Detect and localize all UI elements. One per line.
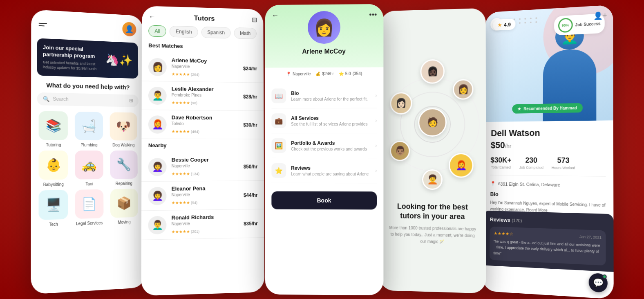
portfolio-icon: 🖼️	[271, 138, 286, 153]
leslie-info: Leslie Alexander Pembroke Pines ★★★★★(98…	[172, 85, 239, 106]
dave-avatar: 👩‍🦰	[148, 115, 167, 133]
review-header: ★★★★☆ Jan 27, 2021	[494, 231, 602, 240]
baby-label: Babysitting	[43, 182, 64, 187]
reviews-section-title: Reviews (120)	[490, 216, 606, 226]
jobs-value: 230	[519, 156, 543, 164]
phone1-header: 👤	[31, 9, 143, 40]
loc-icon: 📍	[490, 181, 496, 186]
dave-price: $30/hr	[243, 122, 257, 128]
bessie-info: Bessie Cooper Naperville ★★★★★(134)	[172, 156, 239, 177]
category-dog-walking[interactable]: 🐶 Dog Walking	[108, 112, 139, 147]
review-text: "he was q great - the a...ed out just fi…	[494, 238, 602, 261]
bessie-price: $50/hr	[244, 164, 258, 169]
tutor-dave[interactable]: 👩‍🦰 Dave Robertson Toledo ★★★★★(464) $30…	[141, 110, 264, 139]
filter-tabs: All English Spanish Math	[142, 25, 264, 45]
tutor-arlene[interactable]: 👩 Arlene McCoy Naperville ★★★★★(264) $24…	[142, 52, 264, 83]
map-subtitle: More than 1000 trusted professionals are…	[387, 225, 478, 246]
category-plumbing[interactable]: 🛁 Plumbing	[73, 111, 105, 147]
float-avatar-1: 👩🏿	[420, 59, 445, 83]
eleanor-avatar: 👩‍🦱	[148, 187, 167, 205]
reviews-chevron: ›	[375, 168, 377, 173]
category-tech[interactable]: 🖥️ Tech	[37, 190, 70, 227]
category-babysitting[interactable]: 👶 Babysitting	[37, 150, 70, 187]
bio-sub: Learn more about Arlene for the perfect …	[291, 97, 370, 101]
tutor-ronald[interactable]: 👨‍🦱 Ronald Richards Naperville ★★★★★(201…	[141, 209, 264, 240]
tutor-leslie[interactable]: 👨‍🦱 Leslie Alexander Pembroke Pines ★★★★…	[142, 81, 264, 111]
review-stars: ★★★★☆	[494, 231, 513, 237]
search-bar[interactable]: 🔍 Search ⊞	[37, 92, 139, 107]
bio-section-title: Bio	[490, 191, 606, 199]
category-tutoring[interactable]: 📚 Tutoring	[37, 111, 69, 147]
profile-name: Arlene McCoy	[279, 47, 369, 55]
repair-icon-box: 🔧	[110, 150, 138, 179]
map-text: Looking for the best tutors in your area…	[387, 201, 478, 246]
chat-fab-button[interactable]: 💬	[589, 272, 608, 292]
plumbing-icon-box: 🛁	[75, 111, 103, 140]
ronald-info: Ronald Richards Naperville ★★★★★(201)	[172, 214, 239, 235]
portfolio-text-block: Portfolio & Awards Check out the previou…	[291, 140, 370, 151]
float-avatar-3: 🧑	[418, 108, 447, 136]
tech-label: Tech	[49, 222, 58, 227]
arlene-name: Arlene McCoy	[172, 57, 238, 64]
eleanor-location: Naperville	[172, 192, 239, 197]
avatar[interactable]: 👤	[122, 22, 136, 36]
taxi-label: Taxi	[86, 182, 93, 186]
plumbing-label: Plumbing	[80, 142, 97, 147]
reviews-text-block: Reviews Learn what people are saying abo…	[291, 165, 370, 176]
filter-icon[interactable]: ⊞	[129, 98, 133, 103]
more-dots-button[interactable]: •••	[369, 11, 377, 19]
recommended-star-icon: ★	[518, 106, 521, 111]
promo-title: Join our special partnership program	[43, 44, 101, 60]
promo-banner[interactable]: Join our special partnership program Get…	[37, 38, 139, 79]
category-moving[interactable]: 📦 Moving	[108, 189, 140, 225]
menu-reviews[interactable]: ⭐ Reviews Learn what people are saying a…	[271, 158, 377, 183]
tutor-bessie[interactable]: 👩‍🦱 Bessie Cooper Naperville ★★★★★(134) …	[141, 152, 264, 181]
float-avatar-5: 👨🏽	[390, 140, 410, 161]
recommended-text: Recommended By Hammad	[523, 106, 577, 111]
filter-button[interactable]: ⊟	[252, 16, 257, 23]
profile-meta: 📍 Naperville 💰 $24/hr ⭐ 5.0 (354)	[265, 67, 383, 80]
back-button[interactable]: ←	[148, 12, 156, 21]
add-user-button[interactable]: 👤+	[594, 11, 607, 20]
menu-bio[interactable]: 📖 Bio Learn more about Arlene for the pe…	[271, 83, 377, 108]
category-taxi[interactable]: 🚕 Taxi	[73, 150, 105, 186]
dave-name: Dave Robertson	[172, 114, 239, 121]
tab-math[interactable]: Math	[234, 27, 257, 39]
tutoring-icon-box: 📚	[39, 111, 68, 140]
location-icon: 📍	[286, 72, 291, 76]
portfolio-sub: Check out the previous works and awards	[291, 146, 370, 151]
float-avatar-2: 👩	[453, 79, 473, 99]
bio-chevron: ›	[375, 92, 377, 98]
phone5-body: Dell Watson 👤+ $50/hr $30K+ Total Earned…	[483, 120, 614, 272]
bio-title: Bio	[291, 90, 370, 96]
categories-grid: 📚 Tutoring 🛁 Plumbing 🐶 Dog Walking 👶 Ba…	[31, 111, 145, 227]
tutor-eleanor[interactable]: 👩‍🦱 Eleanor Pena Naperville ★★★★★(54) $4…	[141, 181, 264, 211]
menu-portfolio[interactable]: 🖼️ Portfolio & Awards Check out the prev…	[271, 133, 377, 158]
hours-label: Hours Worked	[552, 166, 575, 170]
tab-all[interactable]: All	[148, 25, 166, 37]
ronald-name: Ronald Richards	[172, 214, 239, 220]
phone3-hero: ← 👩 Arlene McCoy •••	[265, 4, 383, 67]
book-button[interactable]: Book	[271, 191, 377, 209]
nearby-label: Nearby	[141, 142, 264, 152]
phone-tutors: ← Tutors ⊟ All English Spanish Math Best…	[141, 6, 265, 296]
profile-back-button[interactable]: ←	[271, 11, 279, 20]
bio-text-block: Bio Learn more about Arlene for the perf…	[291, 90, 370, 101]
menu-services[interactable]: 💼 All Services See the full list of serv…	[271, 108, 377, 133]
category-legal[interactable]: 📄 Legal Services	[73, 189, 105, 226]
dave-location: Toledo	[172, 121, 239, 126]
dave-stars: ★★★★★	[172, 129, 190, 133]
bessie-location: Naperville	[172, 163, 239, 168]
floating-avatars: 👩🏿 👩 🧑 👩🏻 👨🏽 👩‍🦰 🧑‍🦱	[388, 54, 478, 194]
tab-spanish[interactable]: Spanish	[201, 26, 230, 38]
reviews-sub: Learn what people are saying about Arlen…	[291, 171, 370, 176]
review-date: Jan 27, 2021	[579, 234, 602, 239]
profile-header-inner: 👩 Arlene McCoy	[279, 11, 369, 55]
category-repairing[interactable]: 🔧 Repairing	[108, 150, 139, 186]
hamburger-icon[interactable]	[39, 22, 47, 26]
tab-english[interactable]: English	[170, 25, 198, 38]
bessie-avatar: 👩‍🦱	[148, 157, 167, 176]
tutoring-label: Tutoring	[46, 142, 61, 147]
arlene-location: Naperville	[172, 64, 238, 70]
dog-icon-box: 🐶	[110, 112, 137, 140]
